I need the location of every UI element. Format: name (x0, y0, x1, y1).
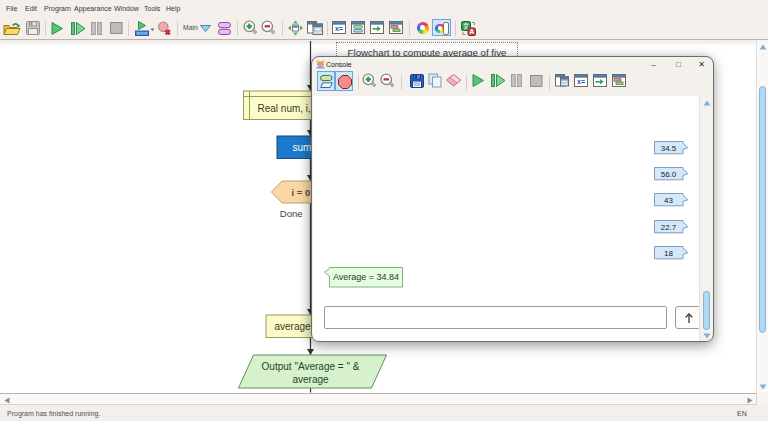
svg-text:34.5: 34.5 (661, 143, 677, 152)
svg-text:Done: Done (280, 208, 303, 219)
svg-text:18: 18 (664, 248, 673, 257)
svg-text:56.0: 56.0 (661, 170, 677, 179)
svg-text:x=: x= (335, 25, 343, 32)
svg-text:Average = 34.84: Average = 34.84 (332, 272, 398, 282)
svg-text:A: A (469, 28, 474, 35)
svg-text:43: 43 (664, 196, 673, 205)
svg-text:average: average (292, 374, 329, 385)
svg-text:x=: x= (577, 78, 585, 85)
svg-text:22.7: 22.7 (661, 222, 677, 231)
svg-text:Output "Average = " &: Output "Average = " & (262, 361, 360, 372)
